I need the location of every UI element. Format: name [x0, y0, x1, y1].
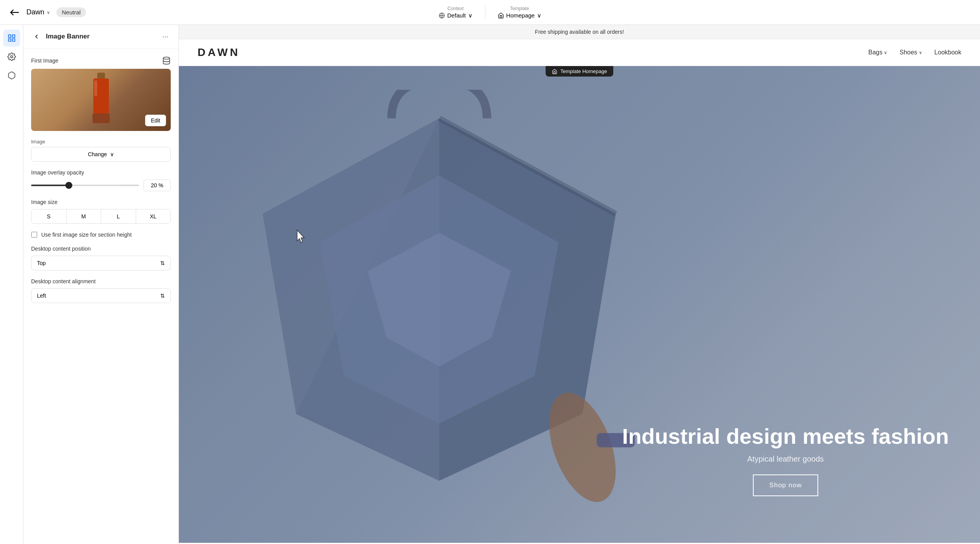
- first-image-label: First Image: [31, 56, 171, 65]
- svg-rect-7: [97, 73, 105, 78]
- slider-value-box: 20 %: [144, 180, 171, 191]
- topbar-center: Context Default ∨ Template Homepage ∨: [426, 6, 554, 19]
- back-icon[interactable]: [9, 7, 20, 18]
- svg-point-5: [10, 56, 13, 58]
- alignment-value: Left: [37, 293, 46, 299]
- nav-lookbook[interactable]: Lookbook: [934, 49, 961, 56]
- size-buttons: S M L XL: [31, 209, 171, 224]
- brand-selector[interactable]: Dawn ∨: [26, 8, 50, 16]
- icon-sidebar: [0, 25, 23, 544]
- change-button[interactable]: Change ∨: [31, 147, 171, 162]
- store-nav: DAWN Bags ∨ Shoes ∨ Lookbook: [179, 39, 980, 66]
- main-layout: Image Banner ··· First Image: [0, 25, 980, 544]
- overlay-opacity-section: Image overlay opacity 20 %: [31, 169, 171, 191]
- hero-illustration: [219, 90, 660, 519]
- brand-chevron: ∨: [47, 10, 50, 15]
- size-l-button[interactable]: L: [101, 209, 136, 223]
- panel-header: Image Banner ···: [23, 25, 178, 49]
- slider-unit: %: [159, 182, 163, 188]
- neutral-badge[interactable]: Neutral: [56, 7, 86, 17]
- desktop-alignment-section: Desktop content alignment Left ⇅: [31, 278, 171, 303]
- topbar: Dawn ∨ Neutral Context Default ∨ Templat…: [0, 0, 980, 25]
- desktop-alignment-label: Desktop content alignment: [31, 278, 171, 284]
- template-indicator: Template Homepage: [546, 66, 613, 77]
- edit-button[interactable]: Edit: [145, 115, 166, 126]
- svg-rect-4: [8, 39, 10, 41]
- sidebar-item-settings[interactable]: [3, 48, 20, 65]
- size-xl-button[interactable]: XL: [136, 209, 171, 223]
- image-size-section: Image size S M L XL: [31, 199, 171, 224]
- svg-rect-9: [94, 80, 97, 96]
- shop-now-button[interactable]: Shop now: [753, 474, 818, 496]
- overlay-opacity-label: Image overlay opacity: [31, 169, 171, 176]
- svg-rect-3: [12, 39, 14, 41]
- nav-shoes[interactable]: Shoes ∨: [900, 49, 922, 56]
- store-preview: Free shipping available on all orders! D…: [179, 25, 980, 544]
- svg-rect-1: [8, 35, 10, 37]
- position-select[interactable]: Top ⇅: [31, 256, 171, 270]
- panel-header-left: Image Banner: [31, 31, 89, 42]
- hero-content: Industrial design meets fashion Atypical…: [622, 424, 949, 496]
- desktop-position-label: Desktop content position: [31, 246, 171, 252]
- context-value[interactable]: Default ∨: [439, 12, 472, 19]
- checkbox-first-image[interactable]: [31, 232, 37, 238]
- context-label: Context: [448, 6, 464, 11]
- bottle-illustration: [86, 73, 117, 127]
- slider-fill: [31, 185, 69, 186]
- first-image-section: First Image Edit: [31, 56, 171, 131]
- template-selector[interactable]: Template Homepage ∨: [485, 6, 554, 19]
- image-preview: Edit: [31, 69, 171, 131]
- store-brand: DAWN: [198, 46, 240, 59]
- size-m-button[interactable]: M: [66, 209, 102, 223]
- image-field-label: Image: [31, 139, 171, 145]
- image-field: Image Change ∨: [31, 139, 171, 162]
- desktop-position-section: Desktop content position Top ⇅: [31, 246, 171, 270]
- hero-banner: Industrial design meets fashion Atypical…: [179, 66, 980, 543]
- brand-name: Dawn: [26, 8, 44, 16]
- image-size-label: Image size: [31, 199, 171, 205]
- panel-options-button[interactable]: ···: [160, 31, 171, 42]
- sidebar-item-apps[interactable]: [3, 67, 20, 84]
- slider-track[interactable]: [31, 185, 139, 186]
- store-nav-links: Bags ∨ Shoes ∨ Lookbook: [868, 49, 961, 56]
- panel-title: Image Banner: [46, 33, 89, 40]
- checkbox-row[interactable]: Use first image size for section height: [31, 232, 171, 238]
- context-selector[interactable]: Context Default ∨: [426, 6, 485, 19]
- preview-area: Free shipping available on all orders! D…: [179, 25, 980, 544]
- size-s-button[interactable]: S: [32, 209, 66, 223]
- alignment-select[interactable]: Left ⇅: [31, 288, 171, 303]
- slider-container: 20 %: [31, 180, 171, 191]
- slider-thumb[interactable]: [65, 182, 72, 189]
- position-value: Top: [37, 260, 46, 266]
- announcement-bar: Free shipping available on all orders!: [179, 25, 980, 39]
- slider-value: 20: [151, 182, 157, 188]
- slider-dots: [121, 185, 139, 186]
- hero-subtitle: Atypical leather goods: [622, 455, 949, 464]
- nav-bags[interactable]: Bags ∨: [868, 49, 887, 56]
- svg-point-6: [163, 57, 170, 59]
- checkbox-label: Use first image size for section height: [41, 232, 132, 238]
- panel-back-button[interactable]: [31, 31, 42, 42]
- svg-rect-10: [93, 113, 110, 123]
- alignment-chevron: ⇅: [160, 293, 165, 299]
- svg-rect-2: [12, 35, 14, 37]
- position-chevron: ⇅: [160, 260, 165, 266]
- template-value[interactable]: Homepage ∨: [498, 12, 541, 19]
- hero-title: Industrial design meets fashion: [622, 424, 949, 448]
- left-panel: Image Banner ··· First Image: [23, 25, 179, 544]
- sidebar-item-sections[interactable]: [3, 30, 20, 47]
- panel-content: First Image Edit: [23, 49, 178, 311]
- template-label: Template: [510, 6, 529, 11]
